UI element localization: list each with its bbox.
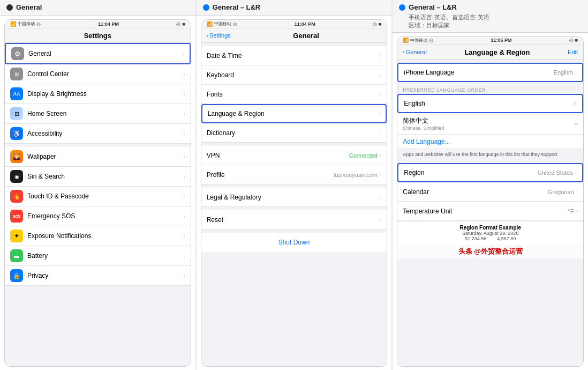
label-chinese: 简体中文: [403, 116, 572, 125]
section-legal: Legal & Regulatory ›: [201, 188, 387, 207]
value-calendar: Gregorian: [548, 189, 574, 195]
row-lang-chinese[interactable]: 简体中文 Chinese, Simplified ≡: [397, 113, 583, 135]
time-2: 11:04 PM: [295, 21, 315, 27]
status-right-1: ◎ ■: [176, 21, 185, 27]
back-general[interactable]: ‹ General: [403, 49, 426, 55]
section-general-top: Date & Time › Keyboard › Fonts › Languag…: [201, 46, 387, 143]
section-region: Region United States › Calendar Gregoria…: [397, 163, 583, 221]
battery-icon-1: ■: [182, 21, 185, 27]
panel-3-sublabel: 手机语言-英语、首选语言-英语 区域：目标国家: [399, 13, 582, 30]
back-label-2: Settings: [209, 32, 231, 39]
icon-general: ⚙: [11, 47, 24, 60]
label-display: Display & Brightness: [27, 90, 183, 98]
region-format-title: Region Format Example: [403, 225, 578, 231]
section-reset: Reset ›: [201, 210, 387, 230]
label-temp-unit: Temperature Unit: [403, 208, 568, 215]
watermark: 头条 @外贸整合运营: [397, 245, 583, 258]
row-display[interactable]: AA Display & Brightness ›: [5, 84, 191, 104]
row-region[interactable]: Region United States ›: [397, 163, 583, 182]
edit-button[interactable]: Edit: [568, 49, 578, 55]
back-chevron-2: ‹: [207, 33, 208, 39]
settings-list-2: Date & Time › Keyboard › Fonts › Languag…: [201, 43, 387, 366]
label-siri: Siri & Search: [27, 173, 183, 180]
icon-emergency: SOS: [10, 210, 23, 223]
drag-icon-chinese: ≡: [574, 120, 578, 127]
panel-2-dot: [203, 4, 209, 11]
row-lang-english[interactable]: English ≡: [397, 94, 583, 113]
row-general[interactable]: ⚙ General ›: [5, 43, 191, 64]
battery-icon-2: ■: [379, 21, 381, 27]
row-control-center[interactable]: ⊞ Control Center ›: [5, 64, 191, 84]
value-vpn: Connected: [349, 152, 378, 159]
time-1: 11:04 PM: [98, 21, 119, 27]
row-siri[interactable]: ◉ Siri & Search ›: [5, 167, 191, 187]
row-keyboard[interactable]: Keyboard ›: [201, 65, 387, 85]
row-battery[interactable]: ▬ Battery ›: [5, 246, 191, 266]
icon-battery: ▬: [10, 249, 23, 262]
time-3: 11:05 PM: [491, 38, 511, 43]
settings-list-3: iPhone Language English › PREFERRED LANG…: [397, 60, 583, 366]
section-vpn: VPN Connected › Profile tuzixueyuan.com …: [201, 146, 387, 184]
row-touchid[interactable]: 👆 Touch ID & Passcode ›: [5, 187, 191, 206]
icon-privacy: 🔒: [10, 269, 23, 282]
back-settings[interactable]: ‹ Settings: [207, 32, 231, 39]
page-wrapper: General 📶 中国移动 ◎ 11:04 PM ◎ ■: [0, 0, 588, 370]
label-fonts: Fonts: [207, 91, 380, 98]
row-fonts[interactable]: Fonts ›: [201, 85, 387, 104]
signal-icon-1: 📶: [10, 21, 16, 27]
nav-bar-2: ‹ Settings General: [201, 28, 387, 43]
row-wallpaper[interactable]: 🌄 Wallpaper ›: [5, 147, 191, 167]
row-reset[interactable]: Reset ›: [201, 210, 387, 230]
label-exposure: Exposure Notifications: [27, 232, 183, 240]
shutdown-label: Shut Down: [278, 239, 310, 246]
status-bar-2: 📶 中国移动 ◎ 11:04 PM ◎ ■: [201, 20, 387, 28]
lang-note: Apps and websites will use the first lan…: [397, 149, 583, 160]
label-profile: Profile: [207, 171, 334, 179]
row-dictionary[interactable]: Dictionary ›: [201, 123, 387, 143]
row-calendar[interactable]: Calendar Gregorian ›: [397, 182, 583, 202]
row-lang-region[interactable]: Language & Region ›: [201, 104, 387, 123]
row-legal[interactable]: Legal & Regulatory ›: [201, 188, 387, 207]
row-emergency[interactable]: SOS Emergency SOS ›: [5, 206, 191, 226]
wifi-icon-2: ◎: [233, 21, 237, 27]
panel-3: General – L&R 手机语言-英语、首选语言-英语 区域：目标国家 📶 …: [393, 0, 588, 370]
label-touchid: Touch ID & Passcode: [27, 193, 183, 200]
label-wallpaper: Wallpaper: [27, 153, 183, 160]
row-profile[interactable]: Profile tuzixueyuan.com ›: [201, 165, 387, 184]
status-bar-3: 📶 中国移动 ◎ 11:05 PM ◎ ■: [397, 36, 583, 45]
row-datetime[interactable]: Date & Time ›: [201, 46, 387, 65]
back-label-3: General: [406, 49, 427, 55]
value-profile: tuzixueyuan.com: [333, 172, 378, 178]
lock-icon-1: ◎: [176, 21, 180, 27]
panel-2-label: General – L&R: [203, 3, 386, 13]
row-temp-unit[interactable]: Temperature Unit °F ›: [397, 202, 583, 221]
row-shutdown[interactable]: Shut Down: [201, 233, 387, 252]
panel-3-dot: [399, 4, 405, 11]
panel-1-dot: [6, 4, 13, 11]
label-keyboard: Keyboard: [207, 71, 380, 79]
label-battery: Battery: [27, 252, 183, 260]
region-number-2: 4,567.89: [497, 236, 516, 241]
row-iphone-language[interactable]: iPhone Language English ›: [397, 63, 583, 82]
nav-title-1: Settings: [84, 32, 111, 40]
panel-1-header: General: [0, 0, 195, 16]
icon-display: AA: [10, 87, 23, 100]
signal-icon-2: 📶: [207, 21, 213, 27]
panel-1: General 📶 中国移动 ◎ 11:04 PM ◎ ■: [0, 0, 195, 370]
label-legal: Legal & Regulatory: [207, 194, 380, 201]
panel-2-title: General – L&R: [213, 3, 261, 11]
row-vpn[interactable]: VPN Connected ›: [201, 146, 387, 165]
icon-exposure: ✦: [10, 230, 23, 242]
panel-2-phone: 📶 中国移动 ◎ 11:04 PM ◎ ■ ‹ Settings: [201, 19, 388, 367]
add-language-btn[interactable]: Add Language...: [397, 135, 583, 149]
label-dictionary: Dictionary: [207, 129, 380, 137]
preferred-lang-header: PREFERRED LANGUAGE ORDER: [397, 85, 583, 94]
label-iphone-language: iPhone Language: [404, 69, 553, 76]
status-left-1: 📶 中国移动 ◎: [10, 21, 41, 27]
panel-1-label: General: [6, 3, 189, 13]
row-accessibility[interactable]: ♿ Accessibility ›: [5, 124, 191, 144]
row-exposure[interactable]: ✦ Exposure Notifications ›: [5, 226, 191, 246]
region-format-date: Saturday, August 29, 2020: [403, 231, 578, 236]
row-home-screen[interactable]: ⊞ Home Screen ›: [5, 104, 191, 124]
row-privacy[interactable]: 🔒 Privacy ›: [5, 266, 191, 286]
